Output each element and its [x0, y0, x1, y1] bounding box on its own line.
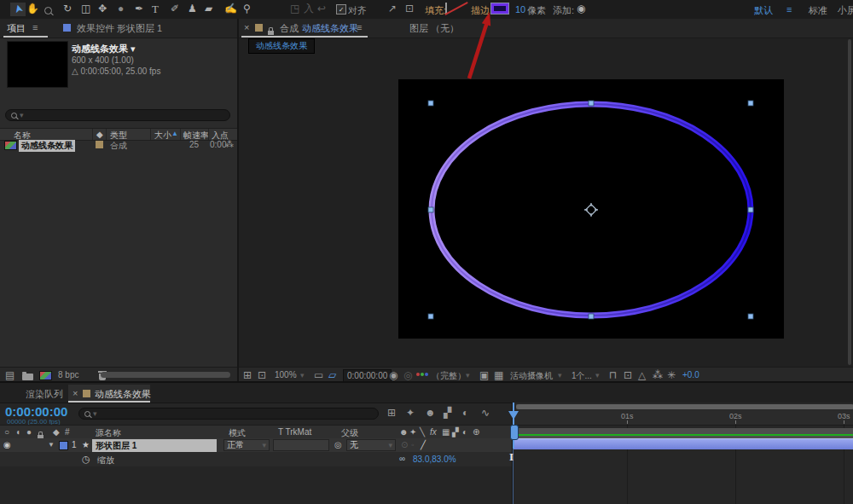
- caret-down-icon[interactable]: ▾: [466, 371, 470, 379]
- monitor-icon[interactable]: ⊡: [258, 370, 266, 380]
- shape-tool-icon[interactable]: ●: [118, 3, 124, 14]
- comp-tab-name[interactable]: 动感线条效果: [302, 22, 358, 35]
- project-item-name[interactable]: 动感线条效果: [19, 140, 75, 152]
- eraser-tool-icon[interactable]: ▰: [205, 3, 212, 14]
- frame-blend-switch-icon[interactable]: ▞: [452, 427, 459, 437]
- viewer-scrollbar[interactable]: [848, 39, 851, 365]
- motion-blur-switch-icon[interactable]: ◐: [462, 427, 467, 437]
- viewer-timecode[interactable]: 0:00:00:00: [343, 369, 392, 382]
- quality-switch-icon[interactable]: ╲: [420, 427, 425, 437]
- project-scrollbar[interactable]: [101, 372, 230, 378]
- fill-swatch[interactable]: [445, 3, 447, 14]
- layer-collapse-icon[interactable]: ◦: [411, 440, 415, 449]
- fx-switch-icon[interactable]: fx: [430, 427, 437, 437]
- transparency-grid-icon[interactable]: ▦: [494, 370, 503, 380]
- layer-name[interactable]: 形状图层 1: [92, 439, 217, 453]
- guides-icon[interactable]: ⊡: [624, 370, 632, 380]
- pen-tool-icon[interactable]: ✒: [135, 3, 143, 14]
- snap-frame-icon[interactable]: ⊡: [405, 3, 414, 14]
- pan-behind-tool-icon[interactable]: ✥: [98, 3, 107, 14]
- rulers-icon[interactable]: △: [638, 370, 646, 380]
- parent-dropdown[interactable]: 无▾: [346, 439, 396, 451]
- ellipse-shape-layer[interactable]: [398, 79, 784, 339]
- always-preview-icon[interactable]: ⊞: [243, 370, 252, 380]
- camera-view-dropdown[interactable]: 活动摄像机: [510, 370, 553, 382]
- work-area-bar[interactable]: [514, 428, 853, 438]
- new-composition-icon[interactable]: [39, 371, 52, 380]
- tab-timeline-comp[interactable]: × 动感线条效果 ≡: [68, 385, 150, 403]
- caret-down-icon[interactable]: ▾: [300, 371, 305, 379]
- video-column-icon[interactable]: ○: [4, 427, 9, 437]
- lock-icon[interactable]: [268, 31, 274, 35]
- playhead-marker-icon[interactable]: [508, 411, 519, 420]
- layer-label-chip[interactable]: [59, 441, 68, 450]
- stroke-width-value[interactable]: 10: [515, 4, 525, 14]
- expand-arrow-icon[interactable]: ▼: [48, 441, 55, 449]
- brush-tool-icon[interactable]: ✐: [171, 3, 179, 14]
- solo-column-icon[interactable]: ●: [26, 427, 32, 437]
- motion-blur-icon[interactable]: ◐: [462, 408, 468, 418]
- tab-project[interactable]: 项目: [7, 22, 26, 35]
- roto-brush-tool-icon[interactable]: ✍: [224, 3, 237, 14]
- column-mode[interactable]: 模式: [229, 427, 246, 439]
- stopwatch-icon[interactable]: ◷: [82, 454, 90, 465]
- timeline-search-input[interactable]: ▾: [78, 408, 379, 420]
- interpret-footage-icon[interactable]: ▤: [5, 370, 15, 380]
- add-menu-icon[interactable]: ◉: [577, 3, 585, 14]
- constrain-link-icon[interactable]: ∞: [399, 454, 405, 463]
- puppet-pin-tool-icon[interactable]: ⚲: [243, 3, 251, 14]
- camera-tool-icon[interactable]: ◫: [81, 3, 90, 14]
- target-region-icon[interactable]: ▣: [479, 370, 489, 380]
- panel-menu-icon[interactable]: ≡: [142, 388, 147, 398]
- workspace-menu-icon[interactable]: ≡: [786, 4, 792, 14]
- resolution-dropdown[interactable]: （完整）: [432, 370, 466, 382]
- project-search-input[interactable]: ▾: [5, 109, 230, 121]
- project-comp-name[interactable]: 动感线条效果 ▾: [72, 43, 136, 55]
- three-d-switch-icon[interactable]: ⊕: [473, 427, 479, 437]
- draft-3d-icon[interactable]: ✦: [406, 408, 415, 418]
- trkmat-dropdown[interactable]: [273, 439, 329, 451]
- column-source-name[interactable]: 源名称: [96, 427, 121, 439]
- column-parent[interactable]: 父级: [341, 427, 358, 439]
- shy-switch-icon[interactable]: ☻: [399, 427, 409, 437]
- time-ruler[interactable]: 01s 02s 03s: [513, 410, 853, 426]
- effects-switch-icon[interactable]: ▦: [442, 427, 450, 437]
- tab-effect-controls[interactable]: 效果控件 形状图层 1: [77, 22, 162, 35]
- snap-to-icon[interactable]: ↗: [388, 3, 397, 14]
- region-of-interest-icon[interactable]: ▭: [314, 370, 323, 380]
- audio-column-icon[interactable]: ◖: [15, 427, 20, 437]
- blend-mode-dropdown[interactable]: 正常▾: [223, 439, 270, 451]
- tag-column-icon[interactable]: ◆: [96, 130, 103, 139]
- crop-region-icon[interactable]: ▱: [328, 370, 336, 380]
- tab-render-queue[interactable]: 渲染队列: [26, 388, 63, 401]
- workspace-standard-tab[interactable]: 标准: [809, 4, 827, 17]
- workspace-default-tab[interactable]: 默认: [754, 4, 773, 17]
- project-item-row[interactable]: 动感线条效果 合成 25 0:00 ⁂: [0, 139, 237, 151]
- exposure-value[interactable]: +0.0: [682, 370, 699, 379]
- hide-shy-layers-icon[interactable]: ☻: [425, 408, 436, 418]
- stamp-tool-icon[interactable]: ♟: [188, 3, 197, 14]
- rotate-tool-icon[interactable]: ↻: [63, 3, 72, 14]
- selection-tool-icon[interactable]: ➤: [10, 3, 26, 16]
- caret-down-icon[interactable]: ▾: [558, 371, 562, 379]
- tag-column-icon[interactable]: ◆: [53, 427, 60, 437]
- view-count-dropdown[interactable]: 1个...: [572, 370, 592, 382]
- comp-mini-flowchart-icon[interactable]: ⊞: [387, 408, 396, 418]
- time-navigator[interactable]: [516, 404, 853, 409]
- collapse-switch-icon[interactable]: ✦: [409, 427, 416, 437]
- hand-tool-icon[interactable]: ✋: [26, 3, 39, 14]
- snapshot-icon[interactable]: ◉: [389, 370, 397, 380]
- tab-layer[interactable]: 图层 （无）: [409, 22, 459, 35]
- zoom-tool-icon[interactable]: [44, 6, 52, 16]
- project-bit-depth[interactable]: 8 bpc: [58, 370, 78, 379]
- column-trkmat[interactable]: T TrkMat: [278, 427, 311, 437]
- parent-pickwhip-icon[interactable]: ◎: [334, 440, 342, 449]
- frame-blend-icon[interactable]: ▞: [444, 408, 451, 418]
- layer-visibility-icon[interactable]: ◉: [3, 440, 11, 449]
- show-channels-icon[interactable]: [416, 373, 428, 376]
- new-folder-icon[interactable]: [22, 374, 33, 380]
- comp-panel-menu-icon[interactable]: ≡: [357, 22, 362, 32]
- type-tool-icon[interactable]: T: [152, 3, 159, 14]
- close-icon[interactable]: ×: [244, 22, 249, 32]
- playhead-handle[interactable]: [510, 425, 519, 440]
